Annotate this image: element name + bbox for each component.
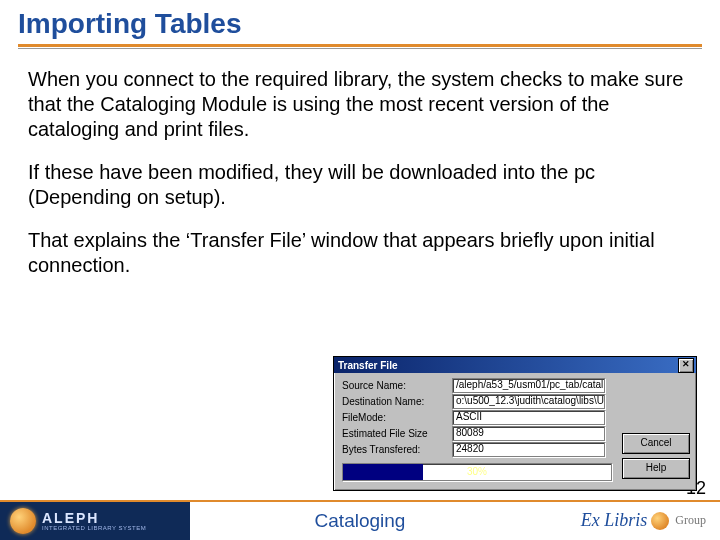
- aleph-subtitle: INTEGRATED LIBRARY SYSTEM: [42, 525, 146, 531]
- dialog-title-text: Transfer File: [338, 360, 397, 371]
- label-destination: Destination Name:: [342, 396, 452, 407]
- label-source: Source Name:: [342, 380, 452, 391]
- close-icon[interactable]: ✕: [678, 358, 694, 373]
- label-filemode: FileMode:: [342, 412, 452, 423]
- transfer-file-dialog: Transfer File ✕ Source Name: /aleph/a53_…: [333, 356, 697, 491]
- field-bytes: 24820: [452, 442, 605, 457]
- aleph-icon: [10, 508, 36, 534]
- label-bytes: Bytes Transfered:: [342, 444, 452, 455]
- paragraph-2: If these have been modified, they will b…: [28, 160, 692, 210]
- field-filemode: ASCII: [452, 410, 605, 425]
- aleph-logo: ALEPH INTEGRATED LIBRARY SYSTEM: [10, 508, 146, 534]
- dialog-body: Source Name: /aleph/a53_5/usm01/pc_tab/c…: [334, 373, 696, 483]
- exlibris-icon: [651, 512, 669, 530]
- slide: Importing Tables When you connect to the…: [0, 0, 720, 540]
- row-source: Source Name: /aleph/a53_5/usm01/pc_tab/c…: [342, 377, 690, 393]
- exlibris-suffix: Group: [675, 513, 706, 528]
- dialog-buttons: Cancel Help: [622, 433, 690, 479]
- help-button[interactable]: Help: [622, 458, 690, 479]
- exlibris-logo: Ex Libris Group: [581, 510, 706, 531]
- slide-footer: ALEPH INTEGRATED LIBRARY SYSTEM Catalogi…: [0, 500, 720, 540]
- cancel-button[interactable]: Cancel: [622, 433, 690, 454]
- progress-label: 30%: [343, 464, 611, 480]
- paragraph-1: When you connect to the required library…: [28, 67, 692, 142]
- row-filemode: FileMode: ASCII: [342, 409, 690, 425]
- field-filesize: 80089: [452, 426, 605, 441]
- field-destination: o:\u500_12.3\judith\catalog\libs\U: [452, 394, 605, 409]
- label-filesize: Estimated File Size: [342, 428, 452, 439]
- row-destination: Destination Name: o:\u500_12.3\judith\ca…: [342, 393, 690, 409]
- title-rule: [18, 44, 702, 47]
- field-source: /aleph/a53_5/usm01/pc_tab/catal: [452, 378, 605, 393]
- aleph-text: ALEPH INTEGRATED LIBRARY SYSTEM: [42, 511, 146, 531]
- paragraph-3: That explains the ‘Transfer File’ window…: [28, 228, 692, 278]
- dialog-titlebar[interactable]: Transfer File ✕: [334, 357, 696, 373]
- exlibris-text: Ex Libris: [581, 510, 648, 531]
- progress-bar: 30%: [342, 463, 612, 481]
- slide-title: Importing Tables: [0, 0, 720, 44]
- aleph-brand: ALEPH: [42, 511, 146, 525]
- title-rule-thin: [18, 48, 702, 49]
